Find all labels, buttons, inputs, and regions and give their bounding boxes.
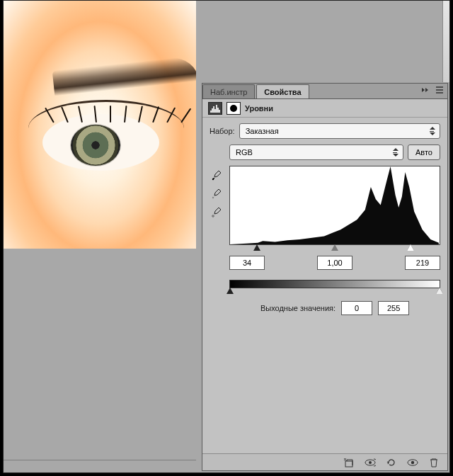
output-slider-black[interactable]	[226, 288, 234, 294]
input-sliders	[229, 244, 440, 253]
panel-body: Набор: Заказная RGB Авто	[202, 118, 447, 453]
mask-icon[interactable]	[226, 102, 241, 115]
input-mid-field[interactable]: 1,00	[317, 256, 352, 270]
preset-select[interactable]: Заказная	[239, 123, 440, 139]
input-values: 34 1,00 219	[229, 256, 440, 270]
preset-value: Заказная	[246, 127, 279, 135]
channel-row: RGB Авто	[210, 144, 440, 160]
reset-icon[interactable]	[385, 456, 398, 469]
output-slider-white[interactable]	[436, 288, 443, 294]
preset-row: Набор: Заказная	[210, 123, 440, 139]
image-content	[46, 106, 188, 134]
svg-point-1	[212, 197, 214, 198]
trash-icon[interactable]	[428, 456, 440, 469]
svg-rect-3	[345, 461, 352, 467]
svg-point-5	[369, 461, 372, 464]
tab-properties[interactable]: Свойства	[256, 84, 309, 98]
panel-tabs: Наб.инстр Свойства	[202, 84, 447, 99]
input-black-field[interactable]: 34	[229, 256, 265, 270]
output-gradient[interactable]	[229, 280, 440, 288]
slider-black[interactable]	[253, 244, 260, 251]
panel-header: Уровни	[202, 99, 447, 118]
slider-gray[interactable]	[331, 244, 338, 251]
levels-icon[interactable]	[208, 102, 222, 115]
histogram-wrap: 34 1,00 219 Выходные значения: 0 255	[229, 166, 440, 315]
status-bar	[4, 460, 196, 472]
collapse-icon[interactable]	[420, 85, 430, 95]
auto-button[interactable]: Авто	[408, 144, 440, 160]
output-black-field[interactable]: 0	[341, 301, 372, 315]
input-white-field[interactable]: 219	[405, 256, 440, 270]
eyedropper-white-icon[interactable]	[210, 205, 224, 220]
visibility-icon[interactable]	[406, 456, 419, 469]
eyedropper-black-icon[interactable]	[210, 169, 224, 183]
panel-footer	[202, 453, 447, 470]
channel-select[interactable]: RGB	[229, 144, 403, 160]
scrollbar-vertical[interactable]	[442, 1, 449, 82]
slider-white[interactable]	[407, 244, 414, 251]
svg-point-2	[212, 215, 214, 217]
view-previous-icon[interactable]	[364, 456, 377, 469]
levels-area: 34 1,00 219 Выходные значения: 0 255	[210, 166, 440, 315]
preset-label: Набор:	[210, 127, 235, 135]
tab-tool-presets[interactable]: Наб.инстр	[202, 84, 255, 98]
panel-menu-icon[interactable]	[435, 85, 445, 95]
image-content	[52, 55, 196, 96]
output-label: Выходные значения:	[260, 304, 336, 312]
histogram[interactable]	[229, 166, 440, 245]
clip-to-layer-icon[interactable]	[343, 456, 355, 469]
svg-point-0	[212, 178, 214, 180]
eyedropper-group	[210, 166, 225, 315]
eyedropper-gray-icon[interactable]	[210, 187, 224, 201]
app-frame: Наб.инстр Свойства Уровни Набор:	[3, 0, 450, 473]
output-white-field[interactable]: 255	[378, 301, 409, 315]
canvas-area[interactable]	[4, 1, 199, 472]
properties-panel: Наб.инстр Свойства Уровни Набор:	[202, 83, 448, 471]
panel-title: Уровни	[245, 104, 273, 113]
output-row: Выходные значения: 0 255	[229, 301, 440, 315]
document-canvas[interactable]	[4, 1, 196, 249]
svg-point-7	[411, 460, 414, 463]
channel-value: RGB	[236, 148, 253, 157]
